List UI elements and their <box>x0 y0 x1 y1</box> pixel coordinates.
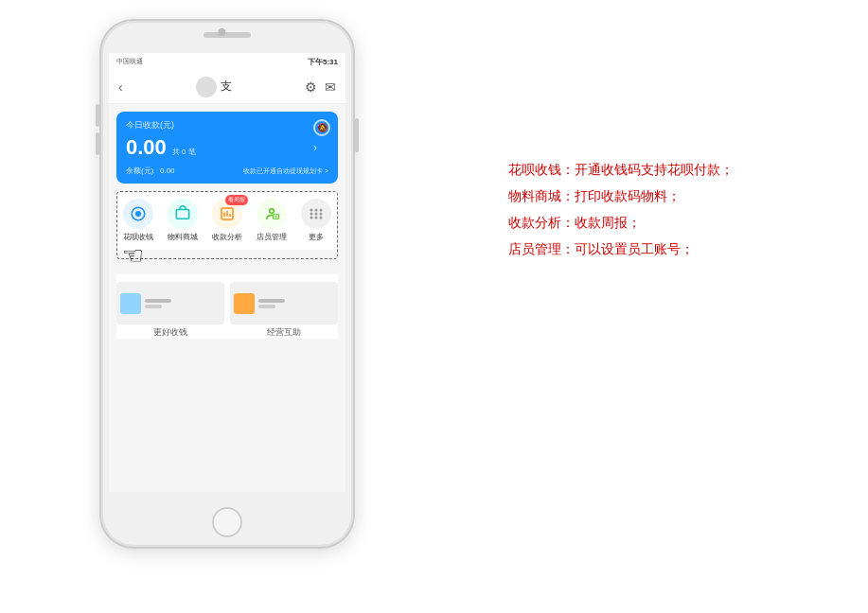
phone-speaker <box>204 32 251 38</box>
analysis-icon-wrapper: 看周报 <box>212 199 242 229</box>
balance-display: 余额(元) 0.00 <box>126 166 175 176</box>
volume-up-button <box>96 104 99 127</box>
card-thumb-2 <box>234 293 255 314</box>
more-icon <box>301 199 331 229</box>
volume-down-button <box>96 132 99 155</box>
user-name: 支 <box>221 79 232 95</box>
settings-icon[interactable]: ⚙ <box>305 79 317 95</box>
bottom-card-shoukuan: 更好收钱 <box>116 282 224 339</box>
card-amount-row: 0.00 共 0 笔 › <box>126 135 328 160</box>
annotation-key-2: 物料商城： <box>508 188 575 203</box>
menu-item-huabei[interactable]: 花呗收钱 <box>123 199 153 242</box>
card-count: 共 0 笔 <box>172 147 196 157</box>
annotation-key-1: 花呗收钱： <box>508 162 575 177</box>
huabei-icon <box>123 199 153 229</box>
card-line-1a <box>145 299 171 303</box>
highlight-wrapper: 花呗收钱 物料商城 <box>109 191 345 250</box>
annotation-val-1: 开通收钱码支持花呗付款； <box>575 162 734 177</box>
svg-point-17 <box>314 217 317 219</box>
svg-point-14 <box>314 213 317 216</box>
annotation-line-4: 店员管理：可以设置员工账号； <box>508 236 830 262</box>
menu-row: 花呗收钱 物料商城 <box>116 191 338 250</box>
card-line-1b <box>145 305 162 308</box>
phone-screen: 中国联通 下午5:31 ‹ 支 ⚙ ✉ 🔕 今日收款(元) 0.00 共 0 笔… <box>109 53 345 492</box>
analysis-badge: 看周报 <box>225 195 248 205</box>
status-bar: 中国联通 下午5:31 <box>109 53 345 70</box>
svg-point-7 <box>270 209 275 214</box>
power-button <box>355 118 359 152</box>
card-footer: 余额(元) 0.00 收款已开通自动提现规划卡 > <box>126 166 328 176</box>
svg-point-18 <box>319 217 322 219</box>
svg-point-1 <box>135 211 141 217</box>
annotation-val-3: 收款周报； <box>575 215 641 230</box>
staff-icon <box>257 199 287 229</box>
menu-item-staff[interactable]: 店员管理 <box>257 199 287 242</box>
collection-card: 🔕 今日收款(元) 0.00 共 0 笔 › 余额(元) 0.00 收款已开通自… <box>116 112 338 184</box>
message-icon[interactable]: ✉ <box>325 79 336 95</box>
svg-point-13 <box>310 213 312 216</box>
card-thumb-1 <box>120 293 141 314</box>
material-label: 物料商城 <box>168 232 198 242</box>
header-title-area: 支 <box>196 77 232 97</box>
card-amount: 0.00 <box>126 135 167 160</box>
user-avatar <box>196 77 217 97</box>
annotation-area: 花呗收钱：开通收钱码支持花呗付款； 物料商城：打印收款码物料； 收款分析：收款周… <box>508 156 830 262</box>
bottom-card-inner-2 <box>230 282 338 324</box>
annotation-line-2: 物料商城：打印收款码物料； <box>508 183 830 209</box>
staff-label: 店员管理 <box>257 232 287 242</box>
more-label: 更多 <box>309 232 324 242</box>
card-text-1 <box>145 299 171 308</box>
menu-item-more[interactable]: 更多 <box>301 199 331 242</box>
card-content-1 <box>116 282 224 324</box>
card-line-2b <box>258 305 275 308</box>
bottom-content-area: 更好收钱 经营互助 <box>116 274 338 339</box>
svg-point-11 <box>314 209 317 212</box>
annotation-line-1: 花呗收钱：开通收钱码支持花呗付款； <box>508 156 830 183</box>
material-icon <box>168 199 198 229</box>
card-content-2 <box>230 282 338 324</box>
bottom-label-2: 经营互助 <box>230 326 338 339</box>
svg-point-10 <box>310 209 312 212</box>
annotation-key-4: 店员管理： <box>508 241 575 256</box>
card-arrow: › <box>313 141 317 154</box>
bottom-label-1: 更好收钱 <box>116 326 224 339</box>
bottom-card-jingying: 经营互助 <box>230 282 338 339</box>
svg-point-12 <box>319 209 322 212</box>
auto-transfer-link[interactable]: 收款已开通自动提现规划卡 > <box>243 166 328 176</box>
annotation-val-2: 打印收款码物料； <box>575 188 681 203</box>
annotation-line-3: 收款分析：收款周报； <box>508 209 830 236</box>
card-line-2a <box>258 299 285 303</box>
card-label: 今日收款(元) <box>126 119 328 131</box>
bottom-card-inner-1 <box>116 282 224 324</box>
header-action-icons: ⚙ ✉ <box>305 79 336 95</box>
analysis-label: 收款分析 <box>212 232 242 242</box>
back-button[interactable]: ‹ <box>118 79 123 95</box>
carrier-label: 中国联通 <box>116 57 143 66</box>
annotation-val-4: 可以设置员工账号； <box>575 241 694 256</box>
svg-point-16 <box>310 217 312 219</box>
phone-mockup: 中国联通 下午5:31 ‹ 支 ⚙ ✉ 🔕 今日收款(元) 0.00 共 0 笔… <box>99 19 355 549</box>
card-text-2 <box>258 299 285 308</box>
bottom-cards-grid: 更好收钱 经营互助 <box>116 282 338 339</box>
home-button[interactable] <box>212 507 242 537</box>
svg-rect-2 <box>176 210 189 219</box>
phone-camera <box>218 28 225 36</box>
hand-cursor-icon: ☞ <box>122 241 144 271</box>
svg-point-15 <box>319 213 322 216</box>
status-time: 下午5:31 <box>308 57 338 67</box>
annotation-key-3: 收款分析： <box>508 215 575 230</box>
menu-item-analysis[interactable]: 看周报 收款分析 <box>212 199 242 242</box>
app-header: ‹ 支 ⚙ ✉ <box>109 70 345 104</box>
menu-item-material[interactable]: 物料商城 <box>168 199 198 242</box>
